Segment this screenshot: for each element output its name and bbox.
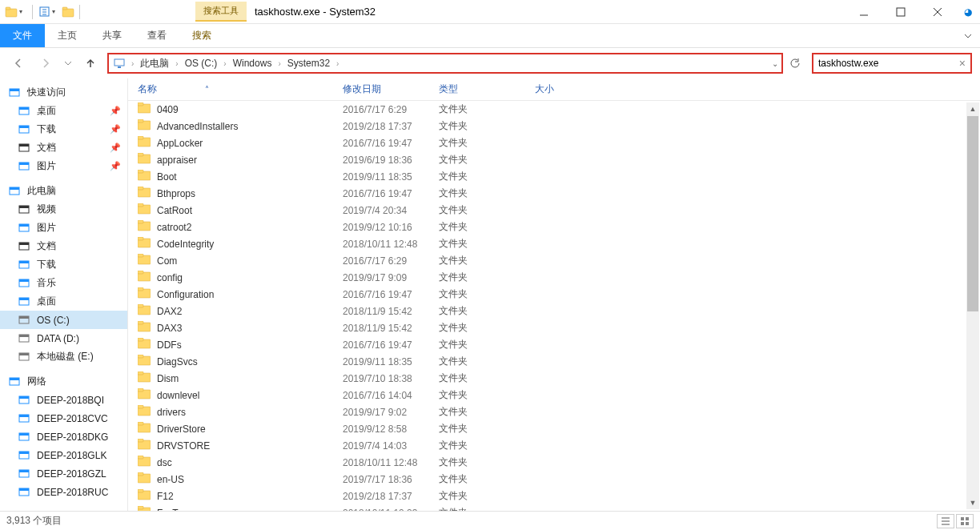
- sidebar-item[interactable]: 文档: [0, 237, 127, 255]
- search-input[interactable]: [818, 58, 959, 69]
- scroll-up-arrow[interactable]: ▲: [966, 102, 979, 115]
- scroll-thumb[interactable]: [967, 116, 978, 311]
- sidebar-item[interactable]: DATA (D:): [0, 329, 127, 347]
- breadcrumb-segment[interactable]: Windows: [231, 58, 274, 69]
- table-row[interactable]: DDFs2016/7/16 19:47文件夹: [128, 336, 980, 353]
- table-row[interactable]: AppLocker2016/7/16 19:47文件夹: [128, 135, 980, 151]
- table-row[interactable]: DriverStore2019/9/12 8:58文件夹: [128, 420, 980, 437]
- sidebar-item[interactable]: 本地磁盘 (E:): [0, 347, 127, 366]
- svg-rect-59: [138, 153, 143, 156]
- table-row[interactable]: appraiser2019/6/19 18:36文件夹: [128, 151, 980, 168]
- search-tools-context-tab[interactable]: 搜索工具: [195, 2, 247, 22]
- scroll-down-arrow[interactable]: ▼: [966, 496, 979, 509]
- table-row[interactable]: drivers2019/9/17 9:02文件夹: [128, 404, 980, 420]
- sidebar-item[interactable]: DEEP-2018CVC: [0, 409, 127, 428]
- table-row[interactable]: Boot2019/9/11 18:35文件夹: [128, 168, 980, 185]
- table-row[interactable]: CodeIntegrity2018/10/11 12:48文件夹: [128, 235, 980, 252]
- ribbon-expand-button[interactable]: [956, 24, 980, 47]
- table-row[interactable]: dsc2018/10/11 12:48文件夹: [128, 454, 980, 471]
- table-row[interactable]: AdvancedInstallers2019/2/18 17:37文件夹: [128, 118, 980, 135]
- nav-history-dropdown[interactable]: [62, 53, 74, 74]
- table-row[interactable]: DAX32018/11/9 15:42文件夹: [128, 319, 980, 336]
- chevron-right-icon[interactable]: ›: [273, 59, 285, 68]
- minimize-button[interactable]: [845, 0, 882, 24]
- svg-rect-3: [62, 9, 74, 17]
- breadcrumb-dropdown-icon[interactable]: ⌄: [772, 59, 778, 68]
- table-row[interactable]: Configuration2016/7/16 19:47文件夹: [128, 286, 980, 303]
- sidebar-item-label: DEEP-2018DKG: [37, 432, 108, 443]
- sidebar-group-label: 网络: [27, 375, 46, 388]
- sidebar-item[interactable]: DEEP-2018BQI: [0, 391, 127, 409]
- table-row[interactable]: FxsTmp2018/10/11 10:23文件夹: [128, 504, 980, 511]
- nav-back-button[interactable]: [8, 53, 29, 74]
- sidebar-group-network[interactable]: 网络: [0, 372, 127, 391]
- table-row[interactable]: 04092016/7/17 6:29文件夹: [128, 101, 980, 118]
- sidebar-item[interactable]: 桌面📌: [0, 102, 127, 120]
- chevron-right-icon[interactable]: ›: [331, 59, 343, 68]
- ribbon-tab-share[interactable]: 共享: [90, 24, 135, 47]
- sidebar-item[interactable]: DEEP-2018GLK: [0, 446, 127, 464]
- refresh-button[interactable]: [785, 53, 805, 74]
- sidebar-item[interactable]: 音乐: [0, 274, 127, 292]
- vertical-scrollbar[interactable]: ▲ ▼: [966, 102, 979, 509]
- column-size[interactable]: 大小: [535, 82, 599, 96]
- search-clear-button[interactable]: ×: [959, 57, 966, 70]
- qat-dropdown-icon[interactable]: ▾: [19, 8, 27, 15]
- table-row[interactable]: Com2016/7/17 6:29文件夹: [128, 252, 980, 269]
- view-details-button[interactable]: [937, 514, 954, 528]
- table-row[interactable]: catroot22019/9/12 10:16文件夹: [128, 219, 980, 235]
- svg-rect-43: [19, 415, 29, 417]
- column-type[interactable]: 类型: [439, 82, 535, 96]
- sidebar-item[interactable]: 图片📌: [0, 157, 127, 175]
- ribbon-tab-view[interactable]: 查看: [135, 24, 179, 47]
- svg-rect-63: [138, 187, 143, 190]
- ribbon-tab-file[interactable]: 文件: [0, 24, 45, 47]
- qat-properties-icon[interactable]: [38, 6, 50, 18]
- sidebar-item[interactable]: DEEP-2018GZL: [0, 464, 127, 483]
- column-date[interactable]: 修改日期: [343, 82, 439, 96]
- table-row[interactable]: F122019/2/18 17:37文件夹: [128, 488, 980, 504]
- table-row[interactable]: Bthprops2016/7/16 19:47文件夹: [128, 185, 980, 202]
- sidebar-item[interactable]: 视频: [0, 200, 127, 219]
- sidebar-item[interactable]: 桌面: [0, 292, 127, 311]
- sidebar-item[interactable]: 下载📌: [0, 120, 127, 139]
- folder-icon: [138, 271, 151, 284]
- nav-up-button[interactable]: [80, 53, 101, 74]
- table-row[interactable]: Dism2019/7/10 18:38文件夹: [128, 370, 980, 387]
- chevron-right-icon[interactable]: ›: [127, 59, 139, 68]
- file-name: DAX3: [157, 323, 182, 334]
- table-row[interactable]: DiagSvcs2019/9/11 18:35文件夹: [128, 353, 980, 370]
- table-row[interactable]: en-US2019/7/17 18:36文件夹: [128, 471, 980, 488]
- nav-forward-button[interactable]: [35, 53, 56, 74]
- ribbon-tab-home[interactable]: 主页: [45, 24, 90, 47]
- maximize-button[interactable]: [882, 0, 919, 24]
- ribbon-tab-search[interactable]: 搜索: [179, 24, 224, 47]
- sidebar-item[interactable]: 文档📌: [0, 139, 127, 157]
- sidebar-item[interactable]: DEEP-2018RUC: [0, 483, 127, 501]
- sidebar-group-thispc[interactable]: 此电脑: [0, 182, 127, 200]
- table-row[interactable]: DRVSTORE2019/7/4 14:03文件夹: [128, 437, 980, 454]
- breadcrumb-segment[interactable]: 此电脑: [139, 58, 171, 69]
- sidebar-item[interactable]: DEEP-2018DKG: [0, 428, 127, 446]
- table-row[interactable]: config2019/9/17 9:09文件夹: [128, 269, 980, 286]
- table-row[interactable]: DAX22018/11/9 15:42文件夹: [128, 303, 980, 319]
- sidebar-group-quick[interactable]: 快速访问: [0, 83, 127, 102]
- search-box[interactable]: ×: [812, 53, 972, 74]
- close-button[interactable]: [919, 0, 956, 24]
- chevron-right-icon[interactable]: ›: [171, 59, 183, 68]
- table-row[interactable]: downlevel2016/7/16 14:04文件夹: [128, 387, 980, 404]
- sidebar-item[interactable]: 图片: [0, 219, 127, 237]
- help-button[interactable]: ◕: [956, 0, 980, 24]
- breadcrumb-segment[interactable]: System32: [286, 58, 331, 69]
- column-name[interactable]: 名称˄: [138, 82, 343, 96]
- file-name: dsc: [157, 457, 172, 468]
- qat-dropdown-2-icon[interactable]: ▾: [52, 8, 60, 15]
- sidebar-item[interactable]: OS (C:): [0, 311, 127, 329]
- qat-newfolder-icon[interactable]: [62, 6, 74, 18]
- sidebar-item[interactable]: 下载: [0, 255, 127, 274]
- address-breadcrumb[interactable]: › 此电脑›OS (C:)›Windows›System32› ⌄: [107, 53, 783, 74]
- breadcrumb-segment[interactable]: OS (C:): [183, 58, 219, 69]
- chevron-right-icon[interactable]: ›: [219, 59, 231, 68]
- table-row[interactable]: CatRoot2019/7/4 20:34文件夹: [128, 202, 980, 219]
- view-largeicons-button[interactable]: [956, 514, 974, 528]
